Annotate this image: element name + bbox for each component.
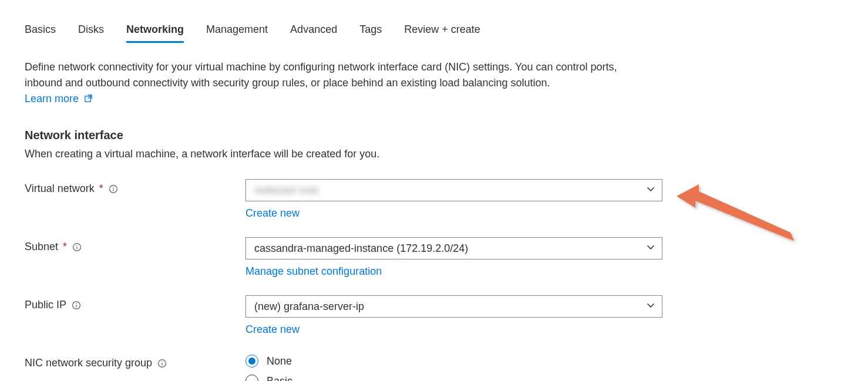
label-public-ip: Public IP <box>25 299 66 311</box>
label-nsg: NIC network security group <box>25 357 152 369</box>
radio-label: Basic <box>267 375 292 382</box>
tab-review-create[interactable]: Review + create <box>404 23 480 43</box>
link-manage-subnet[interactable]: Manage subnet configuration <box>245 265 382 278</box>
tab-networking[interactable]: Networking <box>126 23 184 43</box>
required-asterisk: * <box>99 183 103 195</box>
tab-advanced[interactable]: Advanced <box>290 23 337 43</box>
select-value-virtual-network: redacted vnet <box>254 184 318 197</box>
section-subtitle: When creating a virtual machine, a netwo… <box>25 148 843 160</box>
field-row-public-ip: Public IP (new) grafana-server-ip Create… <box>25 295 843 336</box>
chevron-down-icon <box>645 242 656 255</box>
required-asterisk: * <box>63 241 67 253</box>
radio-icon <box>245 375 258 381</box>
field-row-virtual-network: Virtual network * redacted vnet Create <box>25 179 843 220</box>
select-virtual-network[interactable]: redacted vnet <box>245 179 662 201</box>
link-create-new-vnet[interactable]: Create new <box>245 207 300 220</box>
tab-tags[interactable]: Tags <box>359 23 382 43</box>
radio-label: None <box>267 355 292 367</box>
label-virtual-network: Virtual network <box>25 183 95 195</box>
info-icon[interactable] <box>157 358 167 369</box>
learn-more-label: Learn more <box>25 93 79 104</box>
svg-point-6 <box>76 245 77 245</box>
select-value-subnet: cassandra-managed-instance (172.19.2.0/2… <box>254 242 468 255</box>
tab-management[interactable]: Management <box>206 23 268 43</box>
chevron-down-icon <box>645 184 656 197</box>
field-row-nsg: NIC network security group None Basic <box>25 353 843 381</box>
radio-group-nsg: None Basic <box>245 353 662 381</box>
radio-nsg-basic[interactable]: Basic <box>245 375 662 381</box>
description-text: Define network connectivity for your vir… <box>25 61 617 89</box>
tab-basics[interactable]: Basics <box>25 23 56 43</box>
tabs-bar: Basics Disks Networking Management Advan… <box>25 23 843 43</box>
select-subnet[interactable]: cassandra-managed-instance (172.19.2.0/2… <box>245 237 662 259</box>
external-link-icon <box>84 92 93 107</box>
field-row-subnet: Subnet * cassandra-managed-instance (172… <box>25 237 843 278</box>
radio-nsg-none[interactable]: None <box>245 355 662 367</box>
svg-point-9 <box>76 303 76 304</box>
learn-more-link[interactable]: Learn more <box>25 93 93 104</box>
radio-icon <box>245 355 258 367</box>
label-subnet: Subnet <box>25 241 58 253</box>
select-value-public-ip: (new) grafana-server-ip <box>254 301 364 313</box>
info-icon[interactable] <box>72 242 82 252</box>
info-icon[interactable] <box>108 184 119 194</box>
chevron-down-icon <box>645 300 656 313</box>
select-public-ip[interactable]: (new) grafana-server-ip <box>245 295 662 318</box>
svg-point-12 <box>162 361 162 362</box>
networking-description: Define network connectivity for your vir… <box>25 59 647 107</box>
tab-disks[interactable]: Disks <box>78 23 104 43</box>
svg-point-3 <box>113 187 113 187</box>
section-title-network-interface: Network interface <box>25 129 843 142</box>
link-create-new-public-ip[interactable]: Create new <box>245 323 300 336</box>
info-icon[interactable] <box>71 300 82 311</box>
